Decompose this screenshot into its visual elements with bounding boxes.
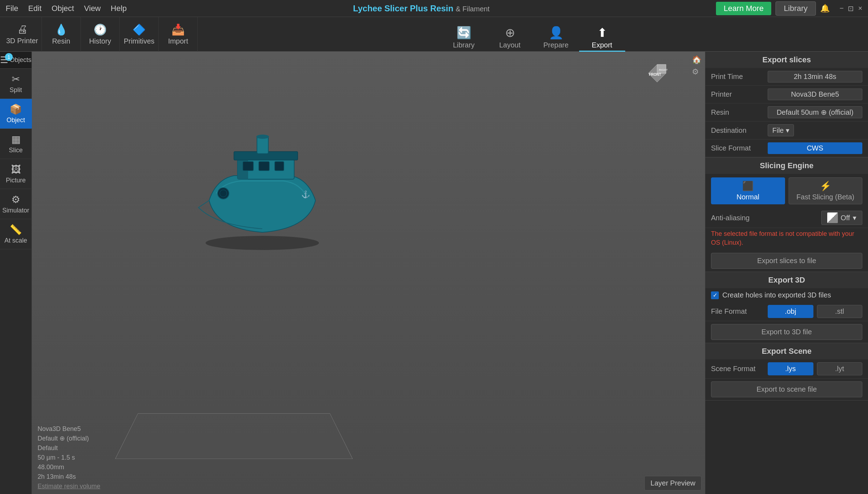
main-area: 1 ☰ Objects ✂ Split 📦 Object ▦ Slice 🖼 P… xyxy=(0,52,868,494)
estimate-resin-link[interactable]: Estimate resin volume xyxy=(38,483,100,490)
anti-aliasing-row: Anti-aliasing Off ▾ xyxy=(705,208,868,228)
notification-icon[interactable]: 🔔 xyxy=(820,4,830,13)
svg-rect-6 xyxy=(243,161,253,171)
tab-prepare-label: Prepare xyxy=(543,41,569,49)
printer-label: Printer xyxy=(711,90,768,98)
scene-format-buttons: .lys .lyt xyxy=(768,362,862,375)
status-printer: Nova3D Bene5 xyxy=(38,424,100,434)
toolbar-resin[interactable]: 💧 Resin xyxy=(42,17,81,52)
slice-icon: ▦ xyxy=(11,134,21,145)
nav-tabs: 🔄 Library ⊕ Layout 👤 Prepare ⬆ Export xyxy=(198,17,868,52)
status-resin1: Default ⊕ (official) xyxy=(38,434,100,443)
sidebar-item-slice[interactable]: ▦ Slice xyxy=(0,129,32,159)
toolbar-primitives[interactable]: 🔷 Primitives xyxy=(120,17,159,52)
menu-view[interactable]: View xyxy=(84,4,101,13)
destination-label: Destination xyxy=(711,126,768,135)
build-platform xyxy=(115,413,353,459)
slice-format-row: Slice Format CWS xyxy=(705,140,868,157)
sidebar-item-object[interactable]: 📦 Object xyxy=(0,99,32,129)
file-format-buttons: .obj .stl xyxy=(768,305,862,318)
toolbar-3d-printer[interactable]: 🖨 3D Printer xyxy=(3,17,42,52)
svg-rect-4 xyxy=(257,137,268,154)
layout-tab-icon: ⊕ xyxy=(505,25,515,40)
learn-more-button[interactable]: Learn More xyxy=(716,2,772,15)
svg-text:⚓: ⚓ xyxy=(301,190,310,199)
create-holes-row: ✓ Create holes into exported 3D files xyxy=(705,288,868,302)
home-icon[interactable]: 🏠 xyxy=(692,55,701,64)
svg-text:FRONT: FRONT xyxy=(649,73,661,76)
toolbar-import[interactable]: 📥 Import xyxy=(159,17,198,52)
scene-format-row: Scene Format .lys .lyt xyxy=(705,359,868,379)
objects-panel-header[interactable]: 1 ☰ Objects xyxy=(0,52,32,69)
export-tab-icon: ⬆ xyxy=(597,25,607,40)
3d-printer-icon: 🖨 xyxy=(17,23,28,35)
prepare-tab-icon: 👤 xyxy=(549,25,564,40)
export-slices-title: Export slices xyxy=(705,52,868,68)
sidebar-item-split[interactable]: ✂ Split xyxy=(0,69,32,99)
export-scene-title: Export Scene xyxy=(705,343,868,359)
history-icon: 🕐 xyxy=(94,23,107,36)
svg-rect-8 xyxy=(275,161,284,171)
format-lys-button[interactable]: .lys xyxy=(768,362,813,375)
resin-label: Resin xyxy=(711,108,768,117)
export-3d-title: Export 3D xyxy=(705,272,868,288)
sidebar-item-atscale[interactable]: 📏 At scale xyxy=(0,219,32,249)
format-stl-button[interactable]: .stl xyxy=(817,305,863,318)
anti-aliasing-value-box[interactable]: Off ▾ xyxy=(821,211,862,225)
3d-model-boat[interactable]: ⚓ xyxy=(188,123,337,252)
export-3d-section: Export 3D ✓ Create holes into exported 3… xyxy=(705,272,868,343)
menu-file[interactable]: File xyxy=(6,4,18,13)
export-3d-button[interactable]: Export to 3D file xyxy=(711,324,862,340)
file-format-label: File Format xyxy=(711,307,768,316)
primitives-icon: 🔷 xyxy=(133,23,146,36)
tab-library[interactable]: 🔄 Library xyxy=(441,17,487,52)
print-time-value: 2h 13min 48s xyxy=(768,71,862,83)
toolbar-history[interactable]: 🕐 History xyxy=(81,17,120,52)
menu-edit[interactable]: Edit xyxy=(28,4,41,13)
view-cube[interactable]: FRONT RIGHT xyxy=(641,57,673,89)
maximize-button[interactable]: ⊡ xyxy=(848,4,854,13)
status-resin3: 50 µm - 1.5 s xyxy=(38,453,100,462)
export-scene-section: Export Scene Scene Format .lys .lyt Expo… xyxy=(705,343,868,401)
destination-row: Destination File ▾ xyxy=(705,121,868,140)
file-format-row: File Format .obj .stl xyxy=(705,302,868,321)
close-button[interactable]: × xyxy=(858,4,862,13)
layer-preview-button[interactable]: Layer Preview xyxy=(644,476,701,490)
sidebar-item-picture[interactable]: 🖼 Picture xyxy=(0,159,32,189)
simulator-icon: ⚙ xyxy=(11,194,20,205)
tab-layout[interactable]: ⊕ Layout xyxy=(487,17,533,52)
settings-icon[interactable]: ⚙ xyxy=(692,67,701,76)
printer-value: Nova3D Bene5 xyxy=(768,89,862,100)
menu-bar: File Edit Object View Help xyxy=(6,4,127,13)
tab-prepare[interactable]: 👤 Prepare xyxy=(533,17,579,52)
sidebar-item-simulator[interactable]: ⚙ Simulator xyxy=(0,189,32,219)
normal-engine-button[interactable]: ⬛ Normal xyxy=(711,177,785,204)
destination-value[interactable]: File ▾ xyxy=(768,124,794,136)
library-button[interactable]: Library xyxy=(775,1,816,16)
split-icon: ✂ xyxy=(12,73,20,85)
error-message: The selected file format is not compatib… xyxy=(705,228,868,250)
destination-arrow-icon: ▾ xyxy=(786,126,789,135)
toolbar-import-label: Import xyxy=(168,37,188,45)
menu-object[interactable]: Object xyxy=(51,4,74,13)
svg-rect-7 xyxy=(259,161,269,171)
tab-export[interactable]: ⬆ Export xyxy=(579,17,625,52)
menu-help[interactable]: Help xyxy=(111,4,127,13)
3d-viewport[interactable]: ⚓ FRONT RIGHT 🏠 ⚙ xyxy=(32,52,705,494)
create-holes-checkbox[interactable]: ✓ xyxy=(711,291,719,299)
tab-layout-label: Layout xyxy=(499,41,520,49)
format-lyt-button[interactable]: .lyt xyxy=(817,362,863,375)
library-tab-icon: 🔄 xyxy=(457,25,471,40)
export-scene-button[interactable]: Export to scene file xyxy=(711,381,862,397)
tab-library-label: Library xyxy=(453,41,475,49)
scene-format-label: Scene Format xyxy=(711,365,768,373)
normal-engine-label: Normal xyxy=(737,193,759,201)
export-slices-button[interactable]: Export slices to file xyxy=(711,253,862,269)
minimize-button[interactable]: − xyxy=(840,4,844,13)
format-obj-button[interactable]: .obj xyxy=(768,305,813,318)
status-dimension: 48.00mm xyxy=(38,462,100,472)
toolbar-3d-printer-label: 3D Printer xyxy=(6,37,38,45)
objects-label: Objects xyxy=(10,56,31,64)
fast-engine-button[interactable]: ⚡ Fast Slicing (Beta) xyxy=(789,177,863,204)
slice-format-value[interactable]: CWS xyxy=(768,142,862,154)
